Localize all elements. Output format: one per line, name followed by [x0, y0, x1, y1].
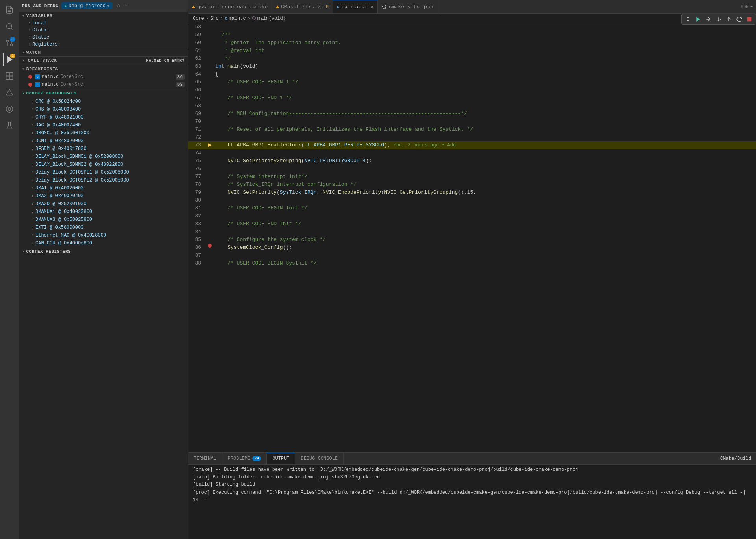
- run-debug-label: RUN AND DEBUG: [22, 4, 58, 8]
- source-control-icon[interactable]: 8: [3, 36, 16, 50]
- peripheral-dmamux3[interactable]: › DMAMUX3 @ 0x58025800: [19, 216, 188, 224]
- code-line-82: 82: [188, 212, 756, 220]
- code-line-85: 85 /* Configure the system clock */: [188, 236, 756, 244]
- tab-cmakelists[interactable]: ▲ CMakeLists.txt M: [272, 0, 333, 13]
- callstack-header[interactable]: › CALL STACK PAUSED ON ENTRY: [19, 57, 188, 65]
- more-icon[interactable]: ⋯: [125, 3, 128, 9]
- breakpoint-item-1[interactable]: ✓ main.c Core\Src 86: [19, 73, 188, 81]
- breakpoints-header[interactable]: ▾ BREAKPOINTS: [19, 65, 188, 73]
- svg-point-5: [7, 40, 9, 42]
- watch-chevron: ›: [22, 50, 25, 55]
- cortex-peripherals-header[interactable]: ▾ CORTEX PERIPHERALS: [19, 89, 188, 98]
- search-icon[interactable]: [3, 20, 16, 33]
- peripheral-delay-octospi2[interactable]: › Delay_Block_OCTOSPI2 @ 0x5200b000: [19, 176, 188, 184]
- variables-global[interactable]: › Global: [19, 27, 188, 34]
- debug-step-into-btn[interactable]: [714, 15, 723, 24]
- run-debug-icon[interactable]: 1: [3, 53, 16, 66]
- peripheral-dbgmcu[interactable]: › DBGMCU @ 0x5c001000: [19, 129, 188, 137]
- debug-step-out-btn[interactable]: [724, 15, 734, 24]
- more-actions-icon[interactable]: ⋯: [750, 4, 753, 10]
- svg-rect-8: [6, 73, 9, 76]
- extensions-icon[interactable]: [3, 69, 16, 83]
- download-icon[interactable]: ⬇: [741, 4, 744, 10]
- breakpoints-label: BREAKPOINTS: [26, 67, 58, 71]
- peripheral-delay-octospi1[interactable]: › Delay_Block_OCTOSPI1 @ 0x52006000: [19, 169, 188, 176]
- mainc-close-icon[interactable]: ✕: [371, 4, 373, 10]
- variables-static[interactable]: › Static: [19, 34, 188, 41]
- gear-icon[interactable]: ⚙: [117, 3, 120, 9]
- breadcrumb-core[interactable]: Core: [193, 16, 204, 21]
- tab-cmake-arm[interactable]: ▲ gcc-arm-none-eabi.cmake: [188, 0, 272, 13]
- peripheral-dfsdm[interactable]: › DFSDM @ 0x40017800: [19, 145, 188, 153]
- callstack-label: CALL STACK: [28, 58, 57, 63]
- cmake-icon[interactable]: [3, 86, 16, 99]
- tab-cmake-kits[interactable]: {} cmake-kits.json: [378, 0, 439, 13]
- svg-point-13: [6, 106, 13, 113]
- peripheral-dac[interactable]: › DAC @ 0x40007400: [19, 121, 188, 129]
- peripheral-crs[interactable]: › CRS @ 0x40008400: [19, 106, 188, 113]
- debug-step-over-btn[interactable]: [704, 15, 713, 24]
- files-icon[interactable]: [3, 3, 16, 17]
- variables-local[interactable]: › Local: [19, 20, 188, 27]
- peripheral-dma2d[interactable]: › DMA2D @ 0x52001000: [19, 200, 188, 208]
- tab-main-c[interactable]: C main.c 9+ ✕: [333, 0, 378, 13]
- watch-header[interactable]: › WATCH: [19, 48, 188, 56]
- debug-arrow-icon: ▶: [208, 141, 212, 149]
- debug-stop-btn[interactable]: [745, 15, 754, 24]
- debug-restart-btn[interactable]: [734, 15, 744, 24]
- local-chevron: ›: [28, 21, 31, 26]
- breadcrumb-src[interactable]: Src: [210, 16, 219, 21]
- bp-check-2[interactable]: ✓: [35, 82, 40, 87]
- peripheral-dma1[interactable]: › DMA1 @ 0x40020000: [19, 184, 188, 192]
- testing-icon[interactable]: [3, 119, 16, 132]
- panel-tab-output[interactable]: OUTPUT: [267, 453, 295, 464]
- panel-tab-debug-console[interactable]: DEBUG CONSOLE: [295, 453, 344, 464]
- debug-grid-btn[interactable]: ⠿: [683, 15, 693, 24]
- peripheral-delay-sdmmc2[interactable]: › DELAY_Block_SDMMC2 @ 0x48022800: [19, 161, 188, 169]
- cmake-kits-tab-icon: {}: [382, 4, 387, 9]
- cmake-kits-tab-label: cmake-kits.json: [389, 4, 435, 10]
- variables-registers[interactable]: › Registers: [19, 41, 188, 48]
- code-editor[interactable]: 58 59 /** 60 * @brief The application en…: [188, 23, 756, 452]
- variables-header[interactable]: ▾ VARIABLES: [19, 12, 188, 20]
- peripheral-dcmi[interactable]: › DCMI @ 0x48020000: [19, 137, 188, 145]
- cmakelists-tab-label: CMakeLists.txt: [281, 4, 324, 10]
- code-line-72: 72: [188, 133, 756, 141]
- tab-bar-actions: ⬇ ⊙ ⋯: [738, 4, 756, 10]
- peripheral-cryp[interactable]: › CRYP @ 0x48021000: [19, 113, 188, 121]
- svg-marker-15: [696, 17, 700, 22]
- peripheral-exti[interactable]: › EXTI @ 0x58000000: [19, 224, 188, 232]
- cortex-registers-header[interactable]: › CORTEX REGISTERS: [19, 247, 188, 256]
- peripheral-can-ccu[interactable]: › CAN_CCU @ 0x4000a800: [19, 239, 188, 247]
- dma2d-chevron: ›: [31, 202, 34, 206]
- split-editor-icon[interactable]: ⊙: [745, 4, 748, 10]
- breadcrumb-function[interactable]: main(void): [257, 16, 286, 21]
- dmamux1-chevron: ›: [31, 210, 34, 214]
- breakpoints-chevron: ▾: [22, 67, 25, 71]
- debug-config-selector[interactable]: ▶ Debug Microco ▾: [61, 2, 113, 9]
- exti-chevron: ›: [31, 226, 34, 230]
- breakpoint-item-2[interactable]: ✓ main.c Core\Src 93: [19, 81, 188, 89]
- code-line-78: 78 /* SysTick_IRQn interrupt configurati…: [188, 181, 756, 189]
- svg-marker-12: [6, 89, 13, 95]
- tab-bar: ▲ gcc-arm-none-eabi.cmake ▲ CMakeLists.t…: [188, 0, 756, 14]
- debug-continue-btn[interactable]: [693, 15, 703, 24]
- svg-point-4: [11, 44, 13, 46]
- bp-circle-86: [208, 244, 212, 248]
- panel-filter-selector[interactable]: CMake/Build: [715, 456, 756, 461]
- panel-tab-terminal[interactable]: TERMINAL: [188, 453, 222, 464]
- bp-check-1[interactable]: ✓: [35, 74, 40, 79]
- panel-tab-problems[interactable]: PROBLEMS 24: [222, 453, 267, 464]
- cortex-debug-icon[interactable]: [3, 102, 16, 116]
- peripheral-ethernet-mac[interactable]: › Ethernet_MAC @ 0x40028000: [19, 232, 188, 239]
- peripheral-dma2[interactable]: › DMA2 @ 0x40020400: [19, 192, 188, 200]
- peripheral-dmamux1[interactable]: › DMAMUX1 @ 0x40020800: [19, 208, 188, 216]
- code-line-68: 68: [188, 102, 756, 110]
- breadcrumb-mainc[interactable]: main.c: [229, 16, 246, 21]
- peripheral-crc[interactable]: › CRC @ 0x58024c00: [19, 98, 188, 106]
- peripheral-delay-sdmmc1[interactable]: › DELAY_Block_SDMMC1 @ 0x52008000: [19, 153, 188, 161]
- bp-file-1: main.c: [42, 74, 59, 80]
- activity-bar: 8 1: [0, 0, 19, 539]
- cortex-peripherals-section: ▾ CORTEX PERIPHERALS › CRC @ 0x58024c00 …: [19, 89, 188, 247]
- watch-section: › WATCH: [19, 48, 188, 57]
